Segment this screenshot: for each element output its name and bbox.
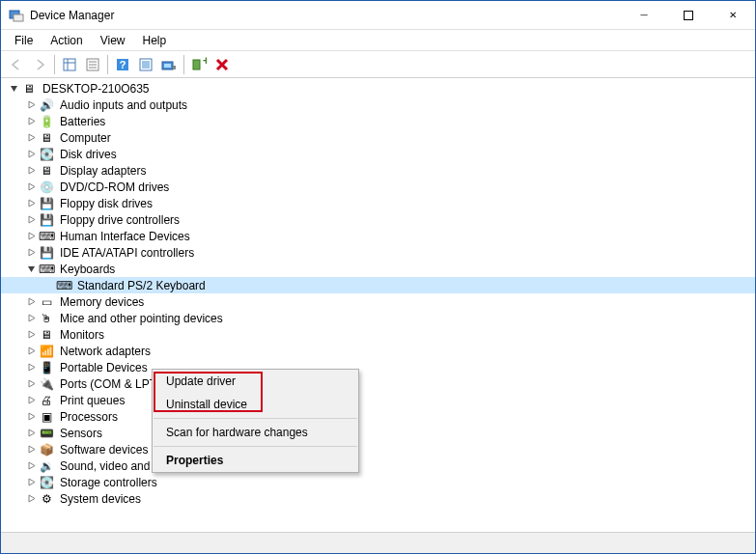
cpu-icon: ▣ — [39, 409, 54, 425]
ctx-uninstall-device[interactable]: Uninstall device — [153, 393, 358, 416]
device-category[interactable]: ⌨Keyboards — [1, 261, 755, 277]
device-category[interactable]: 🔋Batteries — [1, 113, 755, 129]
expand-icon[interactable] — [24, 147, 39, 161]
node-label: Audio inputs and outputs — [58, 98, 189, 112]
keyboard-icon: ⌨ — [39, 262, 54, 277]
expand-icon[interactable] — [24, 475, 39, 489]
uninstall-button[interactable] — [210, 53, 234, 76]
properties-button[interactable] — [81, 53, 104, 76]
node-label: Batteries — [58, 115, 107, 128]
expand-icon[interactable] — [24, 163, 39, 178]
keyboard-icon: ⌨ — [56, 278, 71, 293]
expand-icon[interactable] — [24, 130, 39, 145]
device-category[interactable]: 💾Floppy disk drives — [1, 195, 755, 211]
forward-button[interactable] — [28, 53, 51, 76]
node-label: Network adapters — [58, 345, 153, 358]
expand-icon[interactable] — [24, 245, 39, 260]
device-category[interactable]: 💾IDE ATA/ATAPI controllers — [1, 244, 755, 261]
device-category[interactable]: 🖥DESKTOP-210O635 — [1, 80, 755, 97]
device-tree[interactable]: 🖥DESKTOP-210O635🔊Audio inputs and output… — [1, 78, 755, 532]
ctx-scan-hardware[interactable]: Scan for hardware changes — [153, 421, 358, 444]
monitor-icon: 🖥 — [39, 327, 54, 343]
device-category[interactable]: ⚙System devices — [1, 490, 755, 507]
device-category[interactable]: ▣Processors — [1, 408, 755, 425]
node-label: Floppy drive controllers — [58, 213, 182, 227]
window-controls: ─ ✕ — [622, 1, 755, 29]
node-label: System devices — [58, 492, 143, 506]
device-category[interactable]: 🖥Computer — [1, 129, 755, 146]
audio-icon: 🔊 — [39, 97, 54, 113]
maximize-button[interactable] — [666, 1, 711, 29]
toolbar-separator — [183, 55, 184, 74]
device-category[interactable]: 🖨Print queues — [1, 392, 755, 408]
app-icon — [9, 8, 24, 23]
close-button[interactable]: ✕ — [711, 1, 755, 29]
add-legacy-button[interactable]: + — [187, 53, 210, 76]
device-category[interactable]: ▭Memory devices — [1, 293, 755, 310]
expand-icon[interactable] — [24, 376, 39, 391]
show-hidden-button[interactable] — [58, 53, 81, 76]
statusbar — [1, 532, 755, 553]
expand-icon[interactable] — [24, 212, 39, 227]
device-category[interactable]: 📦Software devices — [1, 441, 755, 457]
device-item[interactable]: ⌨Standard PS/2 Keyboard — [1, 277, 755, 293]
expand-icon[interactable] — [24, 294, 39, 309]
node-label: Software devices — [58, 443, 150, 457]
expand-icon[interactable] — [24, 97, 39, 112]
expand-icon[interactable] — [24, 442, 39, 457]
help-button[interactable]: ? — [111, 53, 134, 76]
expand-icon[interactable] — [24, 458, 39, 473]
svg-rect-16 — [173, 66, 176, 69]
collapse-icon[interactable] — [7, 81, 21, 96]
expand-icon[interactable] — [24, 311, 39, 325]
node-label: Disk drives — [58, 148, 119, 161]
ctx-properties[interactable]: Properties — [153, 449, 358, 472]
device-category[interactable]: ⌨Human Interface Devices — [1, 228, 755, 244]
mouse-icon: 🖱 — [39, 311, 54, 326]
device-category[interactable]: 🖥Display adapters — [1, 162, 755, 179]
device-category[interactable]: 💽Disk drives — [1, 146, 755, 162]
ctx-update-driver[interactable]: Update driver — [153, 370, 358, 393]
expand-icon[interactable] — [24, 409, 39, 424]
expand-icon[interactable] — [24, 491, 39, 506]
minimize-button[interactable]: ─ — [622, 1, 666, 29]
menu-view[interactable]: View — [93, 33, 133, 48]
device-category[interactable]: 🖥Monitors — [1, 326, 755, 343]
back-button[interactable] — [5, 53, 28, 76]
expand-icon[interactable] — [24, 229, 39, 243]
device-category[interactable]: 🔊Audio inputs and outputs — [1, 97, 755, 113]
expand-icon[interactable] — [24, 344, 39, 358]
update-driver-button[interactable] — [134, 53, 157, 76]
expand-icon[interactable] — [24, 180, 39, 194]
menu-file[interactable]: File — [7, 33, 41, 48]
collapse-icon[interactable] — [24, 262, 39, 276]
expand-icon[interactable] — [24, 196, 39, 210]
expand-icon[interactable] — [24, 393, 39, 407]
device-category[interactable]: 🖱Mice and other pointing devices — [1, 310, 755, 326]
expand-icon[interactable] — [24, 114, 39, 128]
toolbar-separator — [107, 55, 108, 74]
portable-icon: 📱 — [39, 360, 54, 375]
device-category[interactable]: 💽Storage controllers — [1, 474, 755, 490]
svg-rect-3 — [64, 59, 75, 70]
scan-hardware-button[interactable] — [157, 53, 181, 76]
device-category[interactable]: 🔌Ports (COM & LPT) — [1, 375, 755, 392]
expand-icon[interactable] — [24, 327, 39, 342]
device-category[interactable]: 📱Portable Devices — [1, 359, 755, 375]
node-label: Mice and other pointing devices — [58, 312, 225, 325]
node-label: Memory devices — [58, 295, 146, 309]
device-category[interactable]: 📶Network adapters — [1, 343, 755, 359]
device-category[interactable]: 📟Sensors — [1, 425, 755, 441]
sound-icon: 🔉 — [39, 458, 54, 474]
expand-icon[interactable] — [24, 360, 39, 374]
device-category[interactable]: 💿DVD/CD-ROM drives — [1, 179, 755, 195]
menu-action[interactable]: Action — [42, 33, 90, 48]
software-icon: 📦 — [39, 442, 54, 457]
menu-help[interactable]: Help — [135, 33, 175, 48]
node-label: IDE ATA/ATAPI controllers — [58, 246, 196, 260]
device-category[interactable]: 🔉Sound, video and game controllers — [1, 457, 755, 474]
node-label: Print queues — [58, 394, 126, 407]
expand-icon[interactable] — [24, 426, 39, 440]
device-category[interactable]: 💾Floppy drive controllers — [1, 211, 755, 228]
node-label: Display adapters — [58, 164, 148, 178]
